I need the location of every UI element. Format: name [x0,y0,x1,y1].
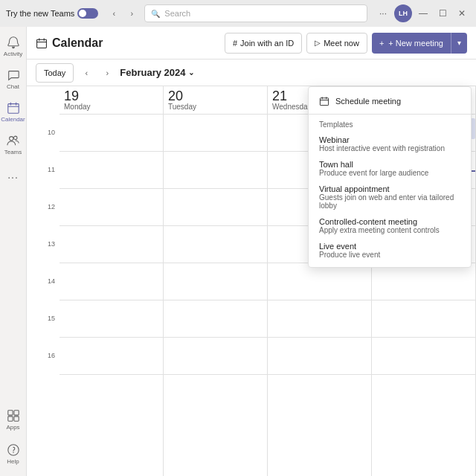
sidebar-item-chat-label: Chat [7,83,19,90]
day-name-monday: Monday [64,103,91,111]
new-meeting-group: + + New meeting ▾ [372,33,467,54]
svg-rect-0 [7,103,18,113]
meet-now-icon: ▷ [315,39,321,47]
day-num-20: 20 [168,89,183,103]
sub-header: Today ‹ › February 2024 ⌄ [27,60,476,86]
day-num-21: 21 [272,89,287,103]
try-new-teams-label: Try the new Teams [6,8,98,19]
template-webinar[interactable]: Webinar Host interactive event with regi… [309,132,471,156]
sidebar-item-teams-label: Teams [4,149,22,155]
try-teams-toggle[interactable] [77,8,98,19]
schedule-meeting-item[interactable]: Schedule meeting [309,91,471,111]
schedule-meeting-icon [319,96,329,106]
new-meeting-arrow-button[interactable]: ▾ [451,33,467,54]
sidebar-item-calendar[interactable]: Calendar [1,95,25,128]
search-icon: 🔍 [151,10,160,18]
time-slot-16: 16 [27,352,60,389]
template-live-event[interactable]: Live event Produce live event [309,238,471,263]
search-placeholder[interactable]: Search [164,9,190,18]
top-bar: Try the new Teams ‹ › 🔍 Search ··· LH — … [0,0,476,27]
minimize-button[interactable]: — [415,5,431,22]
template-virtual-appointment[interactable]: Virtual appointment Guests join on web a… [309,181,471,213]
sidebar-item-apps-label: Apps [6,424,19,431]
sidebar-item-activity-label: Activity [4,51,22,57]
template-town-hall[interactable]: Town hall Produce event for large audien… [309,156,471,181]
time-slot-12: 12 [27,203,60,240]
sidebar-item-calendar-label: Calendar [1,116,25,123]
svg-rect-8 [37,39,47,48]
day-name-tuesday: Tuesday [168,103,196,111]
content-area: Calendar # Join with an ID ▷ Meet now + … [27,27,476,476]
more-options-button[interactable]: ··· [375,5,391,22]
prev-month-button[interactable]: ‹ [78,65,94,81]
sidebar: Activity Chat Calendar Teams ··· Apps He… [0,27,27,476]
day-num-19: 19 [64,89,79,103]
time-slot-11: 11 [27,166,60,203]
templates-section-label: Templates [309,118,471,132]
day-header-monday: 19 Monday [60,86,164,114]
day-name-wednesday: Wednesday [272,103,312,111]
month-chevron-icon: ⌄ [188,68,194,77]
sidebar-item-help-label: Help [7,458,19,465]
time-labels: 10 11 12 13 14 15 16 [27,115,60,476]
time-slot-10: 10 [27,129,60,166]
today-button[interactable]: Today [36,63,74,83]
sidebar-item-activity[interactable]: Activity [1,30,25,62]
day-header-tuesday: 20 Tuesday [164,86,268,114]
calendar-title-group: Calendar [36,36,103,50]
sidebar-item-more[interactable]: ··· [1,161,25,193]
hash-icon: # [233,39,237,48]
main-layout: Activity Chat Calendar Teams ··· Apps He… [0,27,476,476]
back-button[interactable]: ‹ [106,5,122,22]
time-slot-14: 14 [27,277,60,315]
time-slot-13: 13 [27,240,60,277]
forward-button[interactable]: › [123,5,140,22]
svg-point-1 [9,136,13,140]
join-with-id-button[interactable]: # Join with an ID [225,33,302,54]
close-button[interactable]: ✕ [454,5,470,22]
sidebar-item-help[interactable]: Help [1,437,25,470]
sidebar-item-teams[interactable]: Teams [1,128,25,161]
day-col-monday[interactable] [60,115,164,476]
sidebar-item-chat[interactable]: Chat [1,62,25,95]
next-month-button[interactable]: › [99,65,115,81]
header-actions: # Join with an ID ▷ Meet now + + New mee… [225,33,467,54]
time-slot-15: 15 [27,315,60,352]
restore-button[interactable]: ☐ [434,5,451,22]
calendar-header: Calendar # Join with an ID ▷ Meet now + … [27,27,476,60]
meet-now-button[interactable]: ▷ Meet now [306,33,367,54]
svg-rect-4 [13,410,18,414]
calendar-header-icon [36,37,48,49]
search-bar: 🔍 Search [144,4,367,22]
svg-rect-6 [13,416,18,420]
page-title: Calendar [52,36,103,50]
top-bar-actions: ··· LH — ☐ ✕ [375,4,470,22]
svg-rect-5 [7,416,12,420]
template-controlled-content[interactable]: Controlled-content meeting Apply extra m… [309,213,471,238]
sidebar-bottom: Apps Help [1,403,25,473]
new-meeting-dropdown: Schedule meeting Templates Webinar Host … [308,86,472,268]
svg-rect-3 [7,410,12,414]
day-col-tuesday[interactable] [164,115,268,476]
current-month-label[interactable]: February 2024 ⌄ [120,67,193,78]
svg-point-2 [13,136,17,140]
new-meeting-button[interactable]: + + New meeting [372,33,451,54]
avatar[interactable]: LH [394,4,412,22]
svg-rect-9 [320,98,328,106]
plus-icon: + [379,39,384,48]
nav-arrows: ‹ › [106,5,140,22]
dropdown-divider [309,114,471,115]
sidebar-item-apps[interactable]: Apps [1,403,25,436]
